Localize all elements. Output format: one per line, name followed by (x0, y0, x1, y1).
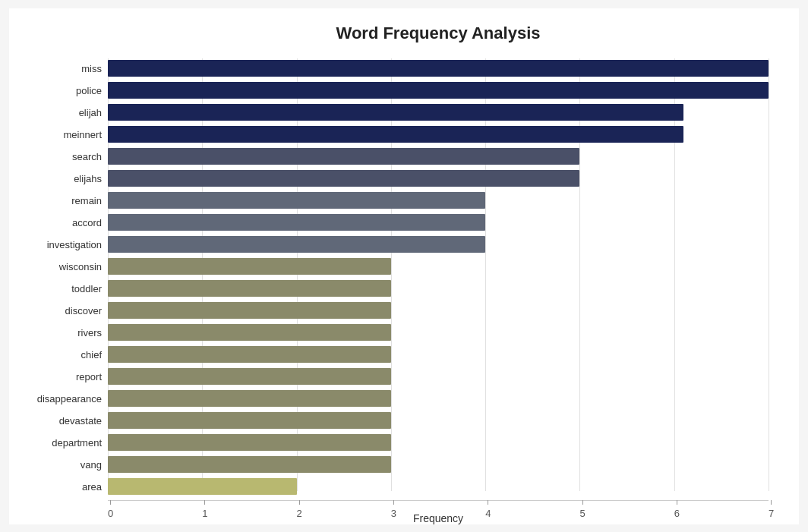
x-tick-line (488, 500, 488, 505)
bar (108, 104, 683, 121)
bar (108, 280, 391, 297)
bar (108, 170, 579, 187)
x-tick: 6 (674, 500, 680, 519)
x-tick-line (582, 500, 583, 505)
bar-row: disappearance (108, 389, 769, 409)
bar-row: chief (108, 345, 769, 365)
x-tick-line (299, 500, 300, 505)
x-tick-label: 7 (769, 508, 774, 519)
x-tick-line (110, 500, 111, 505)
x-tick-line (771, 500, 772, 505)
bar-row: meinnert (108, 124, 769, 145)
bar-label: investigation (11, 239, 102, 250)
x-tick: 7 (769, 500, 774, 519)
bar-row: remain (108, 190, 769, 211)
bar-label: meinnert (11, 129, 102, 140)
chart-container: Word Frequency Analysis misspoliceelijah… (9, 8, 799, 524)
bar-label: police (11, 85, 102, 96)
x-tick: 0 (108, 500, 113, 519)
x-axis: 01234567 (108, 500, 769, 530)
grid-line (769, 58, 769, 491)
bar-row: search (108, 146, 769, 167)
bar-row: discover (108, 301, 769, 321)
bar-row: report (108, 367, 769, 387)
bar (108, 192, 485, 209)
chart-title: Word Frequency Analysis (108, 24, 769, 43)
x-tick: 4 (485, 500, 491, 519)
bar-row: department (108, 433, 769, 453)
bar-label: chief (11, 349, 102, 360)
bar-label: elijahs (11, 173, 102, 184)
x-tick-label: 2 (297, 508, 302, 519)
bar (108, 214, 485, 231)
bar (108, 478, 297, 495)
bar-label: area (11, 481, 102, 493)
bar-row: area (108, 477, 769, 497)
bar-label: elijah (11, 107, 102, 118)
bar-label: disappearance (11, 393, 102, 405)
bar-row: elijahs (108, 168, 769, 189)
bar (108, 368, 391, 385)
x-tick-label: 4 (485, 508, 491, 519)
bar (108, 82, 769, 99)
bar (108, 456, 391, 473)
x-tick-line (204, 500, 205, 505)
chart-area: misspoliceelijahmeinnertsearchelijahsrem… (108, 58, 769, 491)
bar-label: wisconsin (11, 261, 102, 272)
bar-label: vang (11, 459, 102, 471)
bar-label: toddler (11, 283, 102, 294)
bar-row: devastate (108, 411, 769, 431)
bar (108, 126, 683, 143)
x-tick-line (393, 500, 394, 505)
bar-label: rivers (11, 327, 102, 338)
bar (108, 302, 391, 319)
bar (108, 60, 769, 77)
bar-row: toddler (108, 279, 769, 299)
bar-row: investigation (108, 235, 769, 255)
bar-label: search (11, 151, 102, 162)
bar-row: police (108, 80, 769, 101)
bar (108, 412, 391, 429)
x-tick: 5 (579, 500, 585, 519)
bar-label: department (11, 437, 102, 449)
bar-row: rivers (108, 323, 769, 343)
bar-row: wisconsin (108, 257, 769, 277)
bar-row: miss (108, 58, 769, 79)
bar-label: miss (11, 63, 102, 74)
bar-label: accord (11, 217, 102, 228)
x-tick-label: 3 (391, 508, 396, 519)
bar (108, 148, 579, 165)
x-tick-label: 6 (674, 508, 680, 519)
bar (108, 434, 391, 451)
bar (108, 346, 391, 363)
x-tick: 3 (391, 500, 396, 519)
x-tick: 2 (297, 500, 302, 519)
x-tick-label: 1 (202, 508, 207, 519)
bar-row: elijah (108, 102, 769, 123)
bar (108, 258, 391, 275)
bar-row: accord (108, 212, 769, 233)
bar-label: discover (11, 305, 102, 316)
bar (108, 236, 485, 253)
x-tick: 1 (202, 500, 207, 519)
bar (108, 390, 391, 407)
x-tick-label: 5 (579, 508, 585, 519)
bar-row: vang (108, 455, 769, 475)
bar-label: devastate (11, 415, 102, 427)
bar (108, 324, 391, 341)
bar-label: report (11, 371, 102, 382)
x-tick-label: 0 (108, 508, 113, 519)
bar-label: remain (11, 195, 102, 206)
x-tick-line (677, 500, 677, 505)
